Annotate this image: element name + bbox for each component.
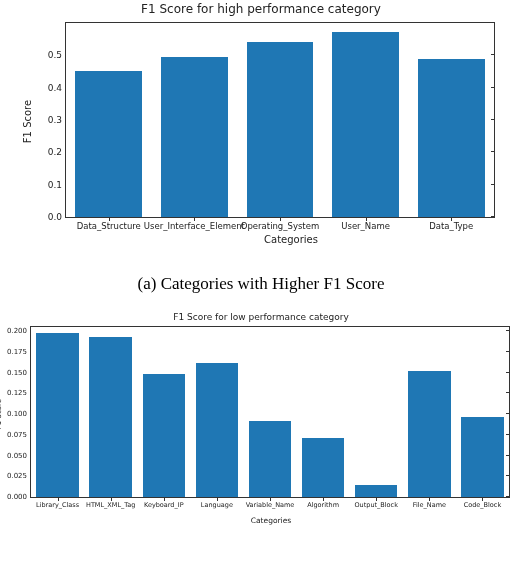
y-tick-mark [506, 372, 510, 373]
y-tick-mark [491, 216, 495, 217]
y-tick-mark [506, 413, 510, 414]
y-tick-mark [506, 434, 510, 435]
x-axis-label: Categories [0, 516, 522, 525]
y-tick-mark [491, 151, 495, 152]
y-axis-label: F1 Score [0, 399, 3, 429]
bar [89, 337, 131, 497]
y-tick-label: 0.000 [7, 493, 31, 501]
y-tick-label: 0.075 [7, 431, 31, 439]
y-axis-label: F1 Score [22, 100, 33, 143]
y-tick-label: 0.200 [7, 327, 31, 335]
x-tick-mark [217, 497, 218, 501]
y-tick-label: 0.3 [48, 115, 66, 125]
chart-title: F1 Score for low performance category [0, 312, 522, 322]
y-tick-label: 0.4 [48, 83, 66, 93]
plot-area: 0.0000.0250.0500.0750.1000.1250.1500.175… [30, 326, 510, 498]
y-tick-label: 0.175 [7, 348, 31, 356]
bar [302, 438, 344, 497]
x-tick-mark [270, 497, 271, 501]
chart-title: F1 Score for high performance category [0, 0, 522, 16]
y-tick-mark [506, 330, 510, 331]
y-tick-label: 0.125 [7, 389, 31, 397]
bar [36, 333, 78, 497]
x-tick-mark [451, 217, 452, 221]
y-tick-mark [506, 351, 510, 352]
bar [196, 363, 238, 497]
bar [161, 57, 228, 217]
y-tick-label: 0.025 [7, 472, 31, 480]
bar [418, 59, 485, 217]
y-tick-mark [506, 392, 510, 393]
y-tick-label: 0.1 [48, 180, 66, 190]
y-tick-mark [506, 455, 510, 456]
x-tick-mark [194, 217, 195, 221]
bar [408, 371, 450, 497]
bar [355, 485, 397, 497]
bar [75, 71, 142, 217]
page: F1 Score for high performance category 0… [0, 0, 522, 572]
x-tick-mark [376, 497, 377, 501]
y-tick-label: 0.050 [7, 452, 31, 460]
plot-area: 0.00.10.20.30.40.5Data_StructureUser_Int… [65, 22, 495, 218]
bar [247, 42, 314, 217]
y-tick-mark [491, 184, 495, 185]
x-tick-mark [323, 497, 324, 501]
chart-low-performance: F1 Score for low performance category 0.… [0, 312, 522, 532]
x-tick-mark [109, 217, 110, 221]
x-tick-mark [58, 497, 59, 501]
y-tick-mark [491, 119, 495, 120]
y-tick-label: 0.2 [48, 147, 66, 157]
y-tick-mark [506, 475, 510, 476]
x-tick-mark [280, 217, 281, 221]
x-tick-mark [366, 217, 367, 221]
bar [143, 374, 185, 497]
bar [332, 32, 399, 217]
x-tick-mark [429, 497, 430, 501]
x-tick-mark [482, 497, 483, 501]
bar [461, 417, 503, 497]
y-tick-label: 0.5 [48, 50, 66, 60]
y-tick-mark [491, 54, 495, 55]
y-tick-label: 0.0 [48, 212, 66, 222]
x-tick-mark [164, 497, 165, 501]
y-tick-mark [506, 496, 510, 497]
y-tick-label: 0.100 [7, 410, 31, 418]
y-tick-mark [491, 87, 495, 88]
caption-a: (a) Categories with Higher F1 Score [0, 274, 522, 294]
y-tick-label: 0.150 [7, 369, 31, 377]
chart-high-performance: F1 Score for high performance category 0… [0, 0, 522, 256]
bar [249, 421, 291, 497]
x-axis-label: Categories [0, 234, 522, 245]
x-tick-mark [111, 497, 112, 501]
